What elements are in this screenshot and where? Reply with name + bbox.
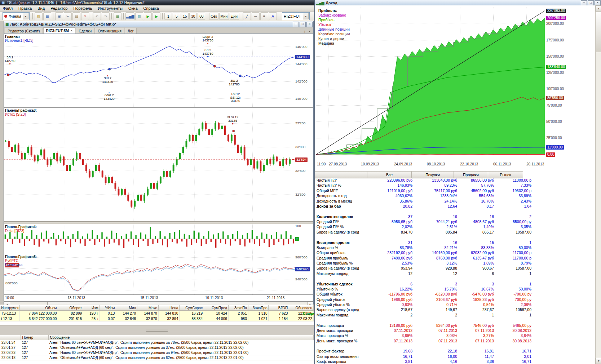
save-button[interactable]: ▦ [43, 12, 51, 20]
timeframe-button[interactable]: 15 [181, 13, 189, 20]
column-header[interactable]: Номер [21, 335, 49, 340]
legend-item[interactable]: Купил и держи [318, 36, 350, 41]
panel-splitter-band[interactable] [0, 325, 314, 336]
menu-item[interactable]: Инструменты [95, 5, 125, 11]
column-header[interactable]: Инструмент [0, 305, 20, 311]
scroll-down-icon[interactable]: ▾ [596, 358, 601, 364]
column-header[interactable]: Обновлен [289, 305, 314, 311]
column-header[interactable]: ЗаявПро [248, 305, 269, 311]
menu-item[interactable]: Редактор [48, 5, 70, 11]
timeframe-unit-button[interactable]: Мин [219, 13, 229, 20]
column-header[interactable]: БГОП [269, 305, 289, 311]
undo-button[interactable]: ↶ [93, 12, 101, 20]
column-header[interactable]: Продажи [454, 171, 488, 178]
timeframe-button[interactable]: 5 [173, 13, 180, 20]
column-header[interactable]: Мин [116, 305, 137, 311]
column-header[interactable]: Объем [20, 305, 58, 311]
timeframe-unit-button[interactable]: Дни [230, 13, 239, 20]
column-header[interactable]: Оборот [58, 305, 83, 311]
menu-item[interactable]: Справка [141, 5, 162, 11]
timeframe-button[interactable]: 30 [189, 13, 197, 20]
tab-chart[interactable]: RIZ3:FUT:5M× [43, 27, 76, 34]
broker-combobox[interactable]: Финам▾ [3, 12, 30, 20]
column-header[interactable]: Сообщение [49, 335, 314, 340]
legend-item[interactable]: Медиана [318, 41, 350, 46]
tab-close-icon[interactable]: × [71, 29, 72, 32]
horizontal-line-button[interactable]: ─ [252, 12, 260, 20]
column-header[interactable]: СумПред [204, 305, 229, 311]
tab-item[interactable]: Оптимизация [95, 28, 124, 34]
column-header[interactable]: Цена [159, 305, 180, 311]
minimize-button[interactable]: ─ [581, 0, 587, 6]
menu-item[interactable]: Окна [125, 5, 141, 11]
legend-item[interactable]: Прибыль [318, 18, 350, 22]
close-button[interactable]: × [595, 0, 601, 6]
table-row[interactable]: TS-12.137 864 122 000.0082 899190 ↑0.131… [0, 311, 314, 316]
column-header[interactable]: СумСпрос [180, 305, 204, 311]
scroll-up-icon[interactable]: ▴ [596, 5, 601, 12]
chart-panel-3[interactable]: ЗLSi 1233135▼ ПанельГрафика3: Исто1 [SIZ… [4, 108, 313, 221]
log-row[interactable]: 23:01:27127Агент 'Объёмный+Риск+АОД (60 … [0, 345, 314, 350]
legend-item[interactable]: Зафиксировано [318, 13, 350, 18]
column-header[interactable]: Рынок [488, 171, 523, 178]
cut-button[interactable]: ✂ [64, 12, 72, 20]
run-script-button[interactable]: ▶ [144, 12, 152, 20]
log-row[interactable]: 23:01:34127Агент 'Навес 60 сек+Уб+VM+ОИ+… [0, 340, 314, 345]
trend-line-button[interactable]: ╱ [243, 12, 251, 20]
tab-item[interactable]: Сделки [76, 28, 94, 34]
delete-button[interactable]: × [81, 12, 89, 20]
legend-item[interactable]: Длинные позиции [318, 27, 350, 32]
copy-button[interactable]: ▣ [55, 12, 63, 20]
equity-chart-area[interactable]: Прибыль:ЗафиксированоПрибыльУбытокДлинны… [315, 5, 596, 171]
column-header[interactable]: Изм [83, 305, 100, 311]
menu-item[interactable]: Файл [0, 5, 16, 11]
levels-button[interactable]: ≡ [260, 12, 268, 20]
paste-button[interactable]: ▤ [72, 12, 80, 20]
column-header[interactable]: Все [367, 171, 412, 178]
chevron-down-icon[interactable]: ▾ [23, 13, 28, 19]
column-header[interactable]: Макс [137, 305, 159, 311]
chart-panel-4[interactable]: ПанельГрафика4: Delta [RIZ3] 1002 [4, 224, 313, 254]
text-tool-button[interactable]: A [269, 12, 277, 20]
tab-item[interactable]: Редактор (Скрипт) [5, 28, 43, 34]
redo-button[interactable]: ↷ [102, 12, 110, 20]
legend-item[interactable]: Убыток [318, 22, 350, 27]
column-header[interactable]: %Изм [100, 305, 116, 311]
timeframe-button[interactable]: 1 [164, 13, 172, 20]
siz3-candle-chart[interactable] [4, 108, 295, 221]
column-header[interactable]: Покупки [412, 171, 454, 178]
maximize-button[interactable]: □ [588, 0, 594, 6]
panel-splitter[interactable] [4, 221, 313, 224]
column-header[interactable] [0, 335, 21, 340]
vertical-scrollbar[interactable]: ▴ ▾ [595, 5, 601, 364]
equity-chart[interactable] [316, 8, 545, 160]
close-button[interactable]: × [306, 22, 313, 27]
delta-bar-chart[interactable] [4, 224, 295, 254]
log-row[interactable]: 22:08:18127Агент 'Объёмный+Риск+АОД (60 … [0, 355, 314, 360]
table-row[interactable]: i-12.136 642 727 000.00201 815-25 ↓-0.07… [0, 316, 314, 321]
scrollbar-thumb[interactable] [596, 12, 601, 52]
timeframe-button[interactable]: 60 [198, 13, 205, 20]
close-tab-icon[interactable]: × [307, 29, 312, 34]
log-row[interactable]: 22:08:23127Агент 'Навес 60 сек+Уб+VM+ОИ+… [0, 350, 314, 355]
bar-chart-button[interactable]: ▂▅▇ [125, 12, 134, 20]
open-file-button[interactable]: ▨ [35, 12, 43, 20]
layout-chart-button[interactable]: ▥ [135, 12, 143, 20]
menu-item[interactable]: Портфель [70, 5, 95, 11]
lab-titlebar[interactable]: ▦ Лаб: АрбитрД2+Д(RIZ3+SIZ3+фРоснефть+фС… [4, 21, 313, 27]
column-header[interactable]: ЗаявПо [229, 305, 248, 311]
instrument-combobox[interactable]: RIZ3:FUT▾ [282, 12, 310, 20]
menu-item[interactable]: Правка [16, 5, 35, 11]
chart-panel-5[interactable]: 915'647800'000 ПанельГрафика5: РубРТС Си… [4, 254, 313, 295]
run-agent-button[interactable]: ▶ [153, 12, 160, 20]
minimize-button[interactable]: ─ [293, 22, 299, 27]
tab-item[interactable]: Лог [125, 28, 137, 34]
chart-panel-main[interactable]: ЗЛ 2142780▼▲ЗШ 2143420▲Лонг 2143420Шорт … [4, 34, 313, 108]
legend-item[interactable]: Короткие позиции [318, 32, 350, 36]
menu-item[interactable]: Вид [35, 5, 48, 11]
riz3-line-chart[interactable] [4, 34, 295, 107]
expand-tabs-icon[interactable]: ↕ [302, 29, 307, 34]
new-grid-button[interactable]: ▦ [114, 12, 121, 20]
chevron-down-icon[interactable]: ▾ [303, 13, 309, 19]
synthetic-line-chart[interactable] [4, 254, 295, 294]
